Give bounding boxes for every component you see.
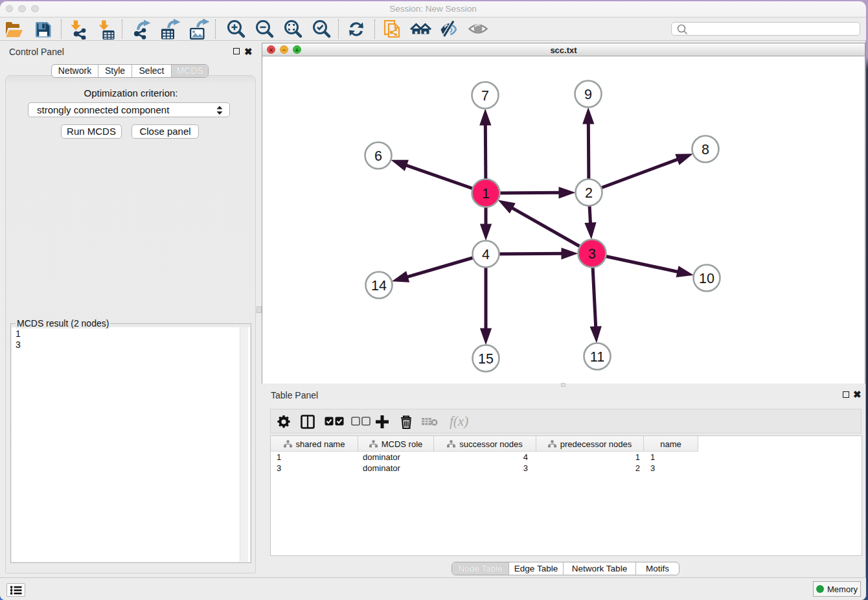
svg-text:8: 8	[702, 142, 709, 157]
svg-text:4: 4	[482, 247, 490, 262]
svg-text:7: 7	[481, 88, 489, 104]
svg-text:15: 15	[478, 351, 494, 367]
svg-text:2: 2	[585, 185, 593, 201]
svg-text:9: 9	[584, 87, 592, 102]
svg-text:14: 14	[371, 278, 387, 294]
svg-text:10: 10	[699, 271, 714, 286]
svg-text:3: 3	[588, 246, 596, 262]
svg-text:11: 11	[590, 349, 604, 365]
svg-text:6: 6	[374, 148, 382, 164]
svg-text:1: 1	[482, 186, 490, 202]
